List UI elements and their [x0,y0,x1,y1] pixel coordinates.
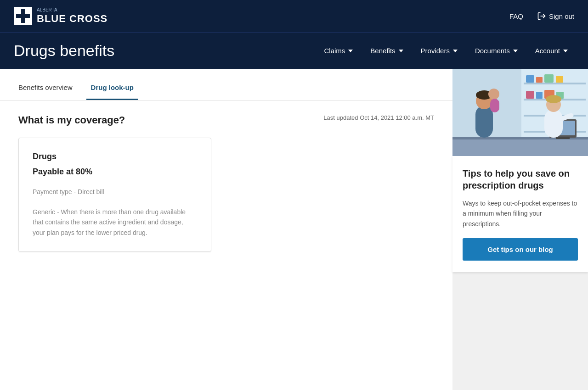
svg-point-25 [488,89,499,100]
logo-cross-icon [14,7,32,25]
nav-item-account[interactable]: Account [529,43,574,58]
faq-link[interactable]: FAQ [509,12,523,20]
tabs-bar: Benefits overview Drug look-up [0,69,452,100]
nav-bar: Drugs benefits Claims Benefits Providers… [0,32,588,69]
svg-rect-22 [475,106,493,138]
chevron-down-icon [453,50,458,52]
svg-rect-13 [526,91,534,99]
payment-type: Payment type - Direct bill [33,188,197,195]
top-bar: ALBERTA BLUE CROSS FAQ Sign out [0,0,588,32]
nav-item-claims[interactable]: Claims [318,43,360,58]
tips-card: Tips to help you save on prescription dr… [452,156,588,272]
last-updated: Last updated Oct 14, 2021 12:00 a.m. MT [323,114,434,121]
chevron-down-icon [399,50,403,52]
content-area: What is my coverage? Last updated Oct 14… [0,100,452,266]
tips-title: Tips to help you save on prescription dr… [463,167,578,191]
nav-menu: Claims Benefits Providers Documents Acco… [318,43,574,58]
top-right: FAQ Sign out [509,11,574,21]
drug-name: Drugs [33,152,197,162]
svg-rect-27 [544,109,563,138]
svg-rect-9 [526,75,534,83]
page-title: Drugs benefits [14,42,318,60]
chevron-down-icon [513,50,518,52]
signout-icon [537,11,546,21]
chevron-down-icon [348,50,353,52]
main-content: Benefits overview Drug look-up What is m… [0,69,588,390]
svg-rect-14 [536,92,543,99]
svg-rect-5 [524,83,586,84]
svg-rect-11 [544,74,554,83]
pharmacy-scene-svg [452,69,588,156]
signout-button[interactable]: Sign out [537,11,574,21]
tips-blog-button[interactable]: Get tips on our blog [463,238,578,261]
logo-text: ALBERTA BLUE CROSS [37,7,107,25]
drug-card: Drugs Payable at 80% Payment type - Dire… [18,138,211,252]
tab-drug-lookup[interactable]: Drug look-up [86,78,138,100]
tips-desc: Ways to keep out-of-pocket expenses to a… [463,198,578,229]
payable-rate: Payable at 80% [33,167,197,177]
coverage-header: What is my coverage? Last updated Oct 14… [18,114,434,126]
logo-area: ALBERTA BLUE CROSS [14,7,107,25]
svg-rect-17 [452,138,588,156]
coverage-title: What is my coverage? [18,114,125,126]
right-sidebar: Tips to help you save on prescription dr… [452,69,588,390]
pharmacy-image [452,69,588,156]
svg-rect-12 [556,76,563,83]
svg-rect-10 [536,77,543,83]
nav-item-documents[interactable]: Documents [469,43,524,58]
tab-benefits-overview[interactable]: Benefits overview [14,78,77,100]
svg-point-29 [546,95,561,103]
nav-item-providers[interactable]: Providers [414,43,464,58]
svg-rect-26 [490,99,499,112]
generic-note: Generic - When there is more than one dr… [33,207,197,238]
svg-rect-1 [16,14,30,18]
svg-rect-21 [556,137,570,139]
chevron-down-icon [563,50,568,52]
nav-item-benefits[interactable]: Benefits [364,43,409,58]
left-panel: Benefits overview Drug look-up What is m… [0,69,452,390]
